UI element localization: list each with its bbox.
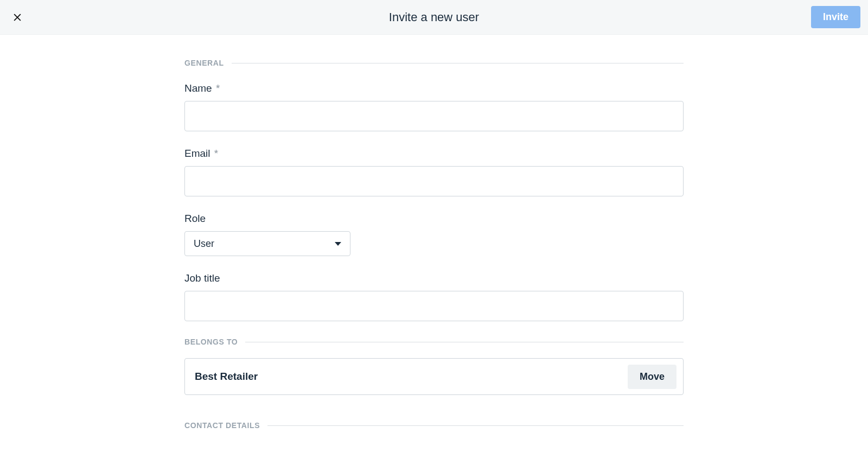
- dialog-header: Invite a new user Invite: [0, 0, 868, 35]
- role-selected-value: User: [194, 238, 214, 250]
- field-name: Name *: [184, 82, 684, 131]
- required-mark: *: [214, 148, 218, 159]
- organization-row: Best Retailer Move: [184, 358, 684, 395]
- organization-name: Best Retailer: [195, 371, 258, 383]
- section-contact-details: CONTACT DETAILS: [184, 421, 684, 430]
- section-label-general: GENERAL: [184, 59, 224, 67]
- job-title-input[interactable]: [184, 291, 684, 321]
- invite-button[interactable]: Invite: [811, 6, 860, 28]
- close-button[interactable]: [8, 8, 27, 27]
- move-button[interactable]: Move: [628, 365, 676, 389]
- field-job-title: Job title: [184, 272, 684, 321]
- role-label: Role: [184, 213, 684, 225]
- close-icon: [12, 12, 23, 23]
- section-label-contact: CONTACT DETAILS: [184, 421, 260, 430]
- required-mark: *: [216, 82, 220, 94]
- name-label: Name *: [184, 82, 684, 94]
- email-input[interactable]: [184, 166, 684, 196]
- form-content: GENERAL Name * Email * Role User Job tit…: [184, 35, 684, 430]
- section-divider: [245, 342, 684, 342]
- field-role: Role User: [184, 213, 684, 256]
- section-divider: [232, 63, 684, 63]
- chevron-down-icon: [335, 242, 341, 246]
- job-title-label: Job title: [184, 272, 684, 284]
- section-divider: [267, 425, 684, 426]
- field-email: Email *: [184, 148, 684, 196]
- role-select[interactable]: User: [184, 231, 350, 256]
- section-general: GENERAL: [184, 59, 684, 67]
- dialog-title: Invite a new user: [389, 10, 479, 24]
- section-belongs-to: BELONGS TO: [184, 337, 684, 346]
- section-label-belongs: BELONGS TO: [184, 337, 238, 346]
- email-label: Email *: [184, 148, 684, 160]
- name-input[interactable]: [184, 101, 684, 131]
